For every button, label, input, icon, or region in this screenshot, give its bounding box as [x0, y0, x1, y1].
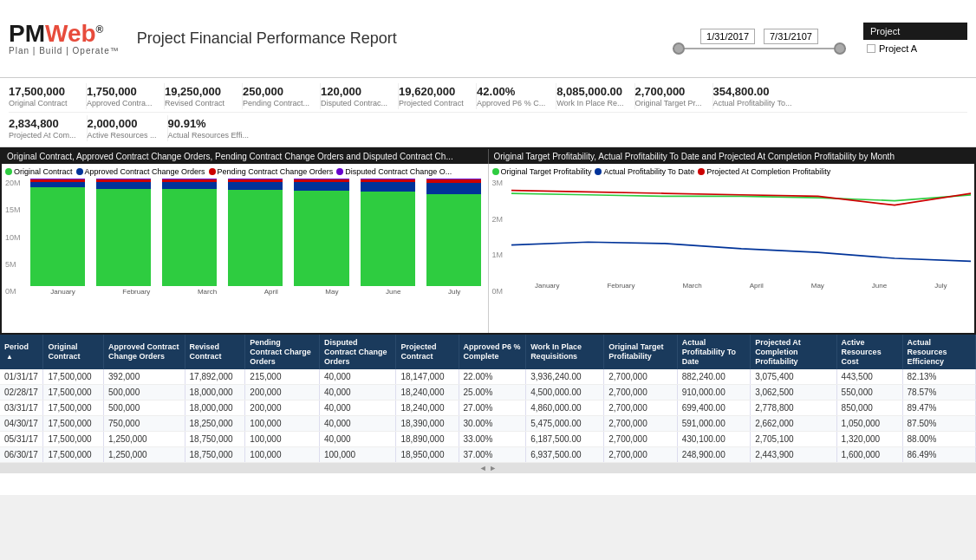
kpi-bar: 17,500,000Original Contract1,750,000Appr…: [0, 78, 976, 147]
cell-actual_profitability: 699,400.00: [677, 400, 750, 416]
cell-original_target: 2,700,000: [604, 447, 677, 463]
cell-revised_contract: 18,000,000: [185, 400, 245, 416]
cell-actual_profitability: 248,900.00: [677, 447, 750, 463]
date-start[interactable]: 1/31/2017: [700, 29, 755, 44]
cell-original_contract: 17,500,000: [43, 400, 104, 416]
chart-left: Original ContractApproved Contract Chang…: [2, 164, 489, 333]
kpi-item: 120,000Disputed Contrac...: [321, 83, 399, 109]
legend-dot: [76, 168, 83, 175]
x-label: February: [607, 282, 634, 290]
date-range: 1/31/2017 7/31/2107: [673, 29, 846, 49]
logo-registered: ®: [96, 23, 104, 36]
cell-approved_p6: 37.00%: [459, 447, 526, 463]
x-label: May: [325, 288, 338, 296]
cell-projected_contract: 18,147,000: [396, 369, 459, 385]
cell-actual_resources_efficiency: 89.47%: [902, 400, 975, 416]
cell-period: 01/31/17: [0, 369, 43, 385]
bar-segment: [361, 192, 415, 286]
legend-item: Approved Contract Change Orders: [76, 167, 205, 176]
bar-segment: [228, 182, 283, 190]
x-label: June: [872, 282, 887, 290]
table-row: 05/31/1717,500,0001,250,00018,750,000100…: [0, 432, 976, 447]
cell-actual_profitability: 882,240.00: [677, 369, 750, 385]
bar-segment: [361, 182, 415, 192]
x-labels-right: JanuaryFebruaryMarchAprilMayJuneJuly: [511, 282, 972, 290]
project-option-label: Project A: [879, 43, 917, 54]
cell-active_resources_cost: 550,000: [836, 385, 902, 400]
cell-pending_cco: 100,000: [245, 432, 320, 447]
project-checkbox[interactable]: [867, 44, 875, 53]
bar-segment: [162, 182, 217, 189]
column-header-projected_at_completion: Projected At Completion Profitability: [751, 335, 836, 369]
kpi-value: 19,250,000: [165, 85, 231, 98]
cell-pending_cco: 100,000: [245, 447, 320, 463]
table-body: 01/31/1717,500,000392,00017,892,000215,0…: [0, 369, 976, 463]
kpi-row1: 17,500,000Original Contract1,750,000Appr…: [9, 83, 967, 109]
kpi-label: Disputed Contrac...: [321, 99, 387, 107]
cell-active_resources_cost: 1,050,000: [836, 416, 902, 432]
bar-group: [93, 179, 153, 286]
kpi-value: 8,085,000.00: [556, 85, 623, 98]
table-row: 03/31/1717,500,000500,00018,000,000200,0…: [0, 400, 976, 416]
bar-stack: [426, 179, 481, 286]
cell-revised_contract: 18,750,000: [185, 432, 245, 447]
cell-original_target: 2,700,000: [604, 400, 677, 416]
header: PMWeb® Plan | Build | Operate™ Project F…: [0, 0, 976, 78]
legend-item: Pending Contract Change Orders: [209, 167, 334, 176]
column-header-period[interactable]: Period ▲: [0, 335, 43, 369]
kpi-label: Original Target Pr...: [635, 99, 702, 107]
slider-track[interactable]: [673, 48, 846, 49]
cell-work_in_place: 3,936,240.00: [526, 369, 604, 385]
cell-disputed_cco: 40,000: [319, 385, 395, 400]
column-header-actual_profitability: Actual Profitability To Date: [677, 335, 750, 369]
kpi-value: 120,000: [321, 85, 387, 98]
x-labels-left: JanuaryFebruaryMarchAprilMayJuneJuly: [27, 288, 485, 296]
cell-original_contract: 17,500,000: [43, 416, 104, 432]
legend-item: Projected At Completion Profitability: [698, 167, 830, 176]
slider-handle-left[interactable]: [673, 42, 685, 55]
cell-actual_profitability: 591,000.00: [677, 416, 750, 432]
chart-left-title: Original Contract, Approved Contract Cha…: [2, 149, 489, 164]
column-header-revised_contract: Revised Contract: [185, 335, 245, 369]
cell-original_contract: 17,500,000: [43, 369, 104, 385]
x-label: January: [50, 288, 75, 296]
kpi-row2: 2,834,800Projected At Com...2,000,000Act…: [9, 112, 967, 141]
kpi-label: Pending Contract...: [243, 99, 309, 107]
cell-active_resources_cost: 850,000: [836, 400, 902, 416]
cell-pending_cco: 200,000: [245, 400, 320, 416]
bar-segment: [228, 190, 283, 286]
bar-segment: [426, 183, 481, 194]
cell-actual_profitability: 910,000.00: [677, 385, 750, 400]
cell-projected_contract: 18,950,000: [396, 447, 459, 463]
kpi-value: 1,750,000: [87, 85, 153, 98]
logo-web: Web: [45, 20, 96, 47]
kpi-value: 2,834,800: [9, 117, 76, 130]
date-end[interactable]: 7/31/2107: [764, 29, 818, 44]
cell-projected_at_completion: 3,075,400: [751, 369, 836, 385]
chart-left-legend: Original ContractApproved Contract Chang…: [5, 167, 485, 176]
data-table: Period ▲Original ContractApproved Contra…: [0, 335, 976, 463]
date-slider[interactable]: [673, 48, 846, 49]
kpi-item: 42.00%Approved P6 % C...: [477, 83, 556, 109]
project-selector-label[interactable]: Project: [863, 23, 967, 40]
project-option[interactable]: Project A: [863, 42, 967, 55]
cell-projected_contract: 18,240,000: [396, 400, 459, 416]
legend-dot: [595, 168, 602, 175]
charts-container: Original ContractApproved Contract Chang…: [2, 164, 974, 333]
column-header-actual_resources_efficiency: Actual Resources Efficiency: [902, 335, 975, 369]
cell-original_contract: 17,500,000: [43, 432, 104, 447]
table-row: 01/31/1717,500,000392,00017,892,000215,0…: [0, 369, 976, 385]
slider-handle-right[interactable]: [834, 42, 846, 55]
bar-segment: [30, 187, 85, 286]
logo: PMWeb®: [9, 22, 120, 46]
bar-stack: [30, 179, 85, 286]
chart-right-legend: Original Target ProfitabilityActual Prof…: [492, 167, 972, 176]
cell-period: 04/30/17: [0, 416, 43, 432]
bar-segment: [294, 191, 348, 286]
cell-revised_contract: 18,750,000: [185, 447, 245, 463]
cell-work_in_place: 6,937,500.00: [526, 447, 604, 463]
legend-dot: [492, 168, 499, 175]
cell-projected_contract: 18,390,000: [396, 416, 459, 432]
charts-section: Original Contract, Approved Contract Cha…: [0, 147, 976, 335]
kpi-value: 250,000: [243, 85, 309, 98]
